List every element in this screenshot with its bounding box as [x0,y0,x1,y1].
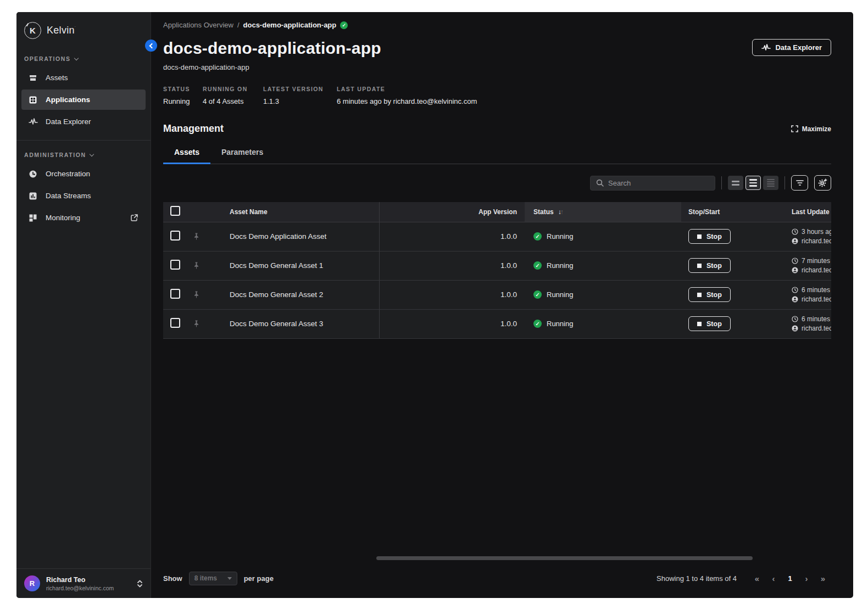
meta-label: STATUS [163,86,203,92]
filter-button[interactable] [791,175,808,191]
sidebar-item-monitoring[interactable]: Monitoring [21,208,146,228]
sidebar-item-assets[interactable]: Assets [21,68,146,88]
user-name: Richard Teo [46,576,131,584]
updated-text: 3 hours ago [802,227,831,237]
stop-icon [697,322,702,326]
tabs: Assets Parameters [163,148,831,164]
external-link-icon [129,213,139,223]
column-header-app-version[interactable]: App Version [379,202,525,222]
asset-name-cell[interactable]: Docs Demo General Asset 1 [220,251,379,280]
maximize-button[interactable]: Maximize [791,125,831,133]
prev-page-button[interactable]: ‹ [765,574,782,583]
sidebar-section-administration[interactable]: ADMINISTRATION [24,152,151,158]
column-header-last-update[interactable]: Last Update [783,202,831,222]
stop-button[interactable]: Stop [688,287,731,302]
stop-button[interactable]: Stop [688,316,731,331]
filter-icon [796,180,804,186]
stop-button[interactable]: Stop [688,258,731,273]
density-standard-button[interactable] [745,176,761,190]
main-content: Applications Overview / docs-demo-applic… [151,12,853,598]
stop-button[interactable]: Stop [688,229,731,244]
first-page-button[interactable]: « [749,574,765,583]
show-label: Show [163,574,182,583]
sort-icons: ↓↑ [558,208,563,216]
tab-parameters[interactable]: Parameters [210,148,274,164]
data-explorer-button[interactable]: Data Explorer [752,39,831,56]
row-checkbox[interactable] [170,318,180,328]
assets-table: Asset Name App Version Status↓↑ Stop/Sta… [163,202,831,339]
status-cell: ✓Running [525,222,681,251]
asset-name-cell[interactable]: Docs Demo General Asset 2 [220,280,379,309]
page-title: docs-demo-application-app [163,39,381,58]
sidebar-item-data-explorer[interactable]: Data Explorer [21,111,146,132]
horizontal-scrollbar[interactable] [376,556,753,560]
tab-assets[interactable]: Assets [163,148,210,164]
app-version-cell: 1.0.0 [379,309,525,338]
table-row[interactable]: Docs Demo General Asset 2 1.0.0 ✓Running… [163,280,831,309]
next-page-button[interactable]: › [798,574,815,583]
clock-icon [792,316,798,322]
breadcrumb-parent-link[interactable]: Applications Overview [163,21,233,29]
table-row[interactable]: Docs Demo General Asset 3 1.0.0 ✓Running… [163,309,831,338]
row-checkbox[interactable] [170,231,180,241]
status-cell: ✓Running [525,280,681,309]
density-toggle-group [728,176,778,190]
table-toolbar [163,175,831,191]
meta-value: Running [163,97,203,105]
pin-icon[interactable] [192,232,220,241]
sidebar-item-label: Assets [46,74,68,82]
row-checkbox[interactable] [170,260,180,270]
last-update-cell: 7 minutes ago richard.teo@kelvininc.com [783,251,831,280]
action-cell: Stop [681,222,783,251]
select-all-checkbox[interactable] [170,206,180,216]
pin-icon[interactable] [192,261,220,270]
sidebar-item-data-streams[interactable]: Data Streams [21,186,146,206]
page-size-select[interactable]: 8 items [189,572,237,585]
table-row[interactable]: Docs Demo Application Asset 1.0.0 ✓Runni… [163,222,831,251]
maximize-label: Maximize [802,125,831,133]
sidebar-collapse-button[interactable] [145,40,157,52]
pin-icon[interactable] [192,320,220,328]
last-page-button[interactable]: » [815,574,831,583]
density-compact-button[interactable] [763,176,778,190]
maximize-icon [791,125,798,132]
user-menu[interactable]: R Richard Teo richard.teo@kelvininc.com [16,568,151,598]
asset-name-cell[interactable]: Docs Demo General Asset 3 [220,309,379,338]
apps-grid-icon [28,95,38,105]
title-row: docs-demo-application-app Data Explorer [163,39,831,58]
density-comfortable-button[interactable] [728,176,743,190]
logo[interactable]: K Kelvin˙ [16,12,151,39]
kelvin-logo-icon: K [24,22,41,39]
user-email: richard.teo@kelvininc.com [46,585,131,591]
sidebar: K Kelvin˙ OPERATIONS Assets Applications [16,12,151,598]
pin-cell [192,309,220,338]
user-icon [792,325,798,332]
row-checkbox[interactable] [170,289,180,299]
chevron-down-icon [89,152,93,156]
meta-running-on: RUNNING ON 4 of 4 Assets [203,86,263,105]
search-input[interactable] [608,179,709,187]
breadcrumb: Applications Overview / docs-demo-applic… [163,21,831,29]
waveform-icon [761,44,771,52]
meta-latest-version: LATEST VERSION 1.1.3 [263,86,337,105]
management-header: Management Maximize [163,123,831,135]
toolbar-divider [721,176,722,189]
table-row[interactable]: Docs Demo General Asset 1 1.0.0 ✓Running… [163,251,831,280]
chevron-left-icon [149,43,154,48]
column-header-status[interactable]: Status↓↑ [525,202,681,222]
column-header-stop-start[interactable]: Stop/Start [681,202,783,222]
sidebar-item-label: Applications [46,96,90,104]
section-title: Management [163,123,224,135]
status-label: Running [547,261,573,270]
storefront-icon [28,73,38,83]
asset-name-cell[interactable]: Docs Demo Application Asset [220,222,379,251]
column-header-asset-name[interactable]: Asset Name [220,202,379,222]
pin-icon[interactable] [192,290,220,299]
table-settings-button[interactable] [814,175,831,191]
updated-by-text: richard.teo@kelvininc.com [802,237,831,246]
sidebar-item-orchestration[interactable]: Orchestration [21,164,146,184]
sidebar-item-applications[interactable]: Applications [21,90,146,110]
stop-icon [697,293,702,297]
updated-by-text: richard.teo@kelvininc.com [802,324,831,333]
sidebar-section-operations[interactable]: OPERATIONS [24,55,151,62]
